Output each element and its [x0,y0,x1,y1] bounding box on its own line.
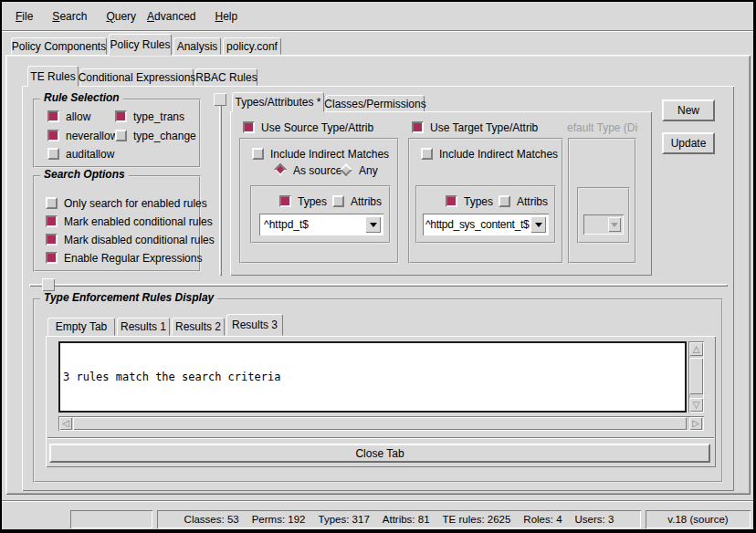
dropdown-arrow-icon [370,223,377,227]
status-attribs: Attribs: 81 [383,514,430,525]
checkbox-enable-regex[interactable] [46,252,58,264]
checkbox-only-enabled-rules[interactable] [46,197,58,209]
new-button[interactable]: New [662,99,715,121]
menu-item-file[interactable]: File [12,7,37,26]
scroll-up-icon[interactable]: △ [689,342,703,356]
tab-label: Policy Rules [110,38,170,51]
dropdown-arrow-icon-wrap[interactable] [530,216,546,233]
checkbox-type-trans[interactable] [115,110,127,122]
tab-analysis[interactable]: Analysis [173,37,221,55]
tab-label: Results 3 [232,319,278,331]
tab-label: Classes/Permissions [324,98,425,110]
tab-types-attributes[interactable]: Types/Attributes * [232,92,324,112]
results-summary: 3 rules match the search criteria [63,371,682,383]
tab-label: Policy Components [12,40,106,53]
checkbox-source-include-indirect-label[interactable]: Include Indirect Matches [270,148,389,161]
checkbox-mark-disabled-conditional[interactable] [46,234,58,246]
checkbox-source-attribs-label[interactable]: Attribs [351,195,382,208]
status-cell-stats: Classes: 53 Perms: 192 Types: 317 Attrib… [157,510,641,528]
rule-selection-title: Rule Selection [40,92,123,104]
checkbox-auditallow-label[interactable]: auditallow [66,148,114,161]
tab-rbac-rules[interactable]: RBAC Rules [195,68,257,86]
checkbox-neverallow-label[interactable]: neverallow [66,130,118,142]
results-vscrollbar-thumb[interactable] [689,358,703,394]
tab-policy-components[interactable]: Policy Components [11,37,107,55]
checkbox-use-target-type-label[interactable]: Use Target Type/Attrib [430,121,538,134]
results-separator [47,437,714,439]
tab-policy-rules[interactable]: Policy Rules [109,34,172,56]
checkbox-type-trans-label[interactable]: type_trans [133,110,184,123]
vertical-sash-handle[interactable] [214,93,226,106]
checkbox-enable-regex-label[interactable]: Enable Regular Expressions [64,252,202,265]
scroll-right-icon[interactable]: ▷ [689,417,702,430]
checkbox-target-include-indirect[interactable] [421,148,433,160]
status-perms: Perms: 192 [252,514,306,525]
checkbox-only-enabled-rules-label[interactable]: Only search for enabled rules [64,197,207,210]
checkbox-target-attribs[interactable] [499,195,510,207]
tab-label: policy.conf [226,40,278,53]
checkbox-allow-label[interactable]: allow [66,110,90,123]
checkbox-mark-enabled-conditional[interactable] [46,215,58,227]
source-combobox-button[interactable] [365,216,381,233]
target-type-combobox[interactable]: ^httpd_sys_content_t$ [423,214,549,235]
scroll-left-icon[interactable]: ◁ [59,417,72,430]
checkbox-use-target-type[interactable] [412,121,424,133]
checkbox-source-types-label[interactable]: Types [298,195,327,208]
tab-results-1[interactable]: Results 1 [117,318,170,336]
tab-te-rules[interactable]: TE Rules [27,66,79,87]
default-type-label: efault Type (Disa [567,121,638,134]
menu-bar: File Search Query Advanced Help [4,4,752,29]
checkbox-neverallow[interactable] [47,130,59,141]
radio-any-label[interactable]: Any [359,164,378,177]
source-type-combobox[interactable]: ^httpd_t$ [259,214,383,235]
tab-results-2[interactable]: Results 2 [172,318,225,336]
radio-as-source-label[interactable]: As source [293,164,341,177]
checkbox-use-source-type[interactable] [243,121,255,133]
checkbox-auditallow[interactable] [47,148,59,160]
tab-empty-tab[interactable]: Empty Tab [47,318,115,336]
close-tab-button[interactable]: Close Tab [49,444,710,463]
checkbox-source-types[interactable] [279,195,291,207]
tab-label: TE Rules [30,70,75,83]
menu-separator [2,30,754,32]
dropdown-arrow-icon [535,223,542,227]
menu-item-help[interactable]: Help [211,7,241,26]
results-hscrollbar-thumb[interactable] [73,417,687,430]
tab-classes-permissions[interactable]: Classes/Permissions [326,95,425,112]
tab-label: RBAC Rules [195,71,257,84]
checkbox-target-types-label[interactable]: Types [464,195,493,208]
source-type-combobox-value: ^httpd_t$ [259,218,365,231]
checkbox-target-types[interactable] [446,195,457,207]
close-tab-button-label: Close Tab [355,447,404,460]
checkbox-type-change-label[interactable]: type_change [133,130,196,142]
tab-policy-conf[interactable]: policy.conf [223,37,281,55]
results-text-area[interactable]: 3 rules match the search criteria (5822)… [58,341,687,413]
menu-item-query[interactable]: Query [102,7,140,26]
checkbox-type-change[interactable] [115,130,127,141]
scroll-up-glyph: △ [693,345,700,354]
checkbox-target-include-indirect-label[interactable]: Include Indirect Matches [439,148,558,161]
scroll-down-icon[interactable]: ▽ [689,398,703,412]
checkbox-mark-enabled-conditional-label[interactable]: Mark enabled conditional rules [64,215,213,228]
tab-conditional-expressions[interactable]: Conditional Expressions [80,68,194,86]
dropdown-arrow-icon [611,223,618,227]
scroll-left-glyph: ◁ [62,419,69,428]
checkbox-mark-disabled-conditional-label[interactable]: Mark disabled conditional rules [64,234,215,246]
status-types: Types: 317 [319,514,370,525]
status-version: v.18 (source) [667,514,728,525]
status-cell-version: v.18 (source) [646,510,751,528]
checkbox-source-include-indirect[interactable] [252,148,264,160]
horizontal-sash-handle[interactable] [42,278,55,291]
checkbox-use-source-type-label[interactable]: Use Source Type/Attrib [261,121,373,134]
te-rules-display-title: Type Enforcement Rules Display [40,292,217,304]
tab-results-3[interactable]: Results 3 [226,314,283,336]
menu-item-advanced[interactable]: Advanced [143,7,199,26]
vertical-sash [219,93,222,276]
tab-label: Analysis [177,40,218,53]
checkbox-target-attribs-label[interactable]: Attribs [517,195,548,208]
checkbox-source-attribs[interactable] [332,195,344,207]
checkbox-allow[interactable] [47,110,59,122]
status-classes: Classes: 53 [184,514,239,525]
menu-item-search[interactable]: Search [48,7,90,26]
update-button[interactable]: Update [662,132,715,154]
